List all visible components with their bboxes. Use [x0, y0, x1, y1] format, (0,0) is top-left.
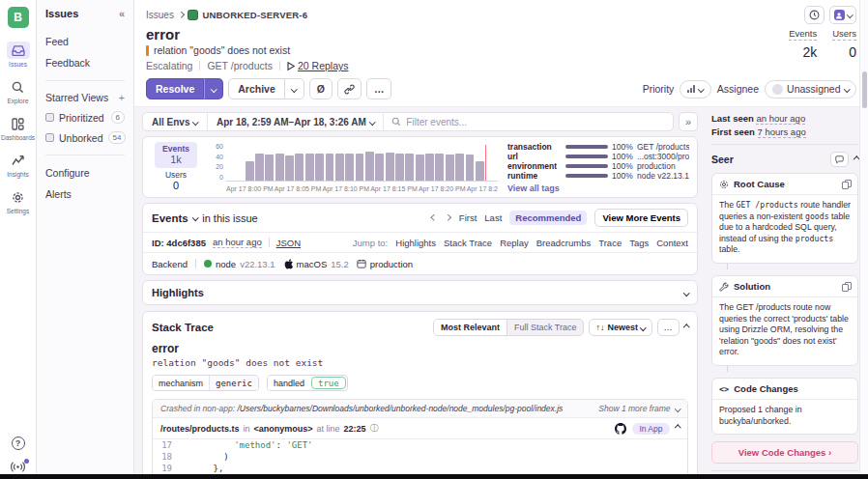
collapse-frame-icon[interactable]	[675, 425, 680, 431]
subnav-item-feedback[interactable]: Feedback	[45, 52, 125, 73]
history-button[interactable]	[804, 6, 825, 24]
mechanism-chip[interactable]: mechanism generic	[152, 375, 259, 391]
solution-card[interactable]: Solution The GET /products route now que…	[711, 275, 858, 366]
view-more-events-button[interactable]: View More Events	[594, 209, 688, 227]
rail-item-settings[interactable]: Settings	[7, 188, 30, 214]
last-seen-value[interactable]: an hour ago	[756, 113, 805, 125]
tag-row-runtime[interactable]: runtime100%node v22.13.1	[507, 171, 689, 181]
breadcrumb-project[interactable]: UNBORKED-SERVER-6	[188, 10, 307, 20]
tag-row-transaction[interactable]: transaction100%GET /products	[507, 142, 689, 152]
most-relevant-toggle[interactable]: Most Relevant	[434, 320, 507, 335]
rail-item-dashboards[interactable]: Dashboards	[1, 115, 35, 141]
jump-link-breadcrumbs[interactable]: Breadcrumbs	[536, 238, 592, 248]
crashed-frame-row[interactable]: Crashed in non-app: /Users/buckybarnes/D…	[153, 400, 687, 418]
graph-users-toggle[interactable]: Users 0	[165, 170, 187, 191]
copy-icon[interactable]	[842, 282, 851, 292]
next-event-button[interactable]	[445, 212, 451, 223]
users-stat-label[interactable]: Users	[832, 28, 856, 41]
subnav-item-configure[interactable]: Configure	[45, 162, 125, 183]
view-all-tags-link[interactable]: View all tags	[507, 183, 689, 193]
replays-link[interactable]: 20 Replays	[287, 60, 349, 71]
resolve-button[interactable]: Resolve	[146, 78, 204, 99]
jump-link-trace[interactable]: Trace	[598, 238, 622, 248]
events-bar-chart[interactable]: 6040200 Apr 17 8:00 PMApr 17 8:05 PMApr …	[207, 142, 502, 192]
participants-button[interactable]	[829, 6, 857, 24]
rail-item-explore[interactable]: Explore	[7, 78, 30, 104]
starred-view-prioritized[interactable]: Prioritized 6	[45, 107, 125, 127]
copy-icon[interactable]	[842, 180, 851, 189]
os-tag[interactable]: macOS 15.2	[283, 258, 349, 269]
chart-marker-line	[485, 145, 486, 181]
rail-item-insights[interactable]: Insights	[7, 152, 30, 178]
y-tick-label: 60	[216, 143, 223, 150]
help-icon[interactable]: ?	[12, 437, 25, 450]
assignee-select[interactable]: Unassigned	[765, 80, 856, 99]
chevron-down-icon[interactable]	[683, 290, 689, 296]
share-button[interactable]	[337, 78, 362, 99]
show-more-frames-link[interactable]: Show 1 more frame	[598, 404, 670, 413]
resolve-dropdown[interactable]	[204, 78, 223, 99]
stack-more-button[interactable]: …	[657, 319, 680, 336]
view-code-changes-button[interactable]: View Code Changes ›	[711, 441, 858, 464]
full-stack-trace-toggle[interactable]: Full Stack Trace	[507, 320, 584, 335]
last-event-link[interactable]: Last	[484, 212, 502, 223]
chart-bar	[285, 155, 294, 181]
events-dropdown[interactable]: Events	[152, 212, 188, 224]
rail-item-label: Settings	[7, 208, 30, 214]
filter-events-input[interactable]	[406, 117, 665, 127]
highlights-panel[interactable]: Highlights	[142, 280, 698, 305]
seer-feedback-button[interactable]	[830, 152, 849, 167]
environment-filter[interactable]: All Envs	[143, 113, 207, 130]
scrollbar[interactable]	[859, 0, 868, 474]
root-cause-card[interactable]: Root Cause The GET /products route handl…	[711, 173, 858, 264]
jump-link-replay[interactable]: Replay	[500, 238, 529, 248]
collapse-seer-icon[interactable]	[854, 156, 859, 162]
prev-event-button[interactable]	[431, 212, 438, 223]
github-icon[interactable]	[615, 423, 626, 435]
sort-newest-select[interactable]: ↑↓ Newest	[589, 319, 651, 336]
add-view-icon[interactable]: +	[119, 92, 125, 103]
priority-select[interactable]	[680, 80, 711, 99]
project-icon	[188, 10, 198, 20]
graph-events-toggle[interactable]: Events 1k	[155, 142, 197, 168]
jump-link-tags[interactable]: Tags	[629, 238, 649, 248]
rail-item-issues[interactable]: Issues	[7, 42, 30, 68]
events-search[interactable]	[384, 117, 673, 127]
event-id: ID: 4dc6f385	[152, 238, 206, 248]
scrollbar-thumb[interactable]	[862, 71, 867, 108]
more-actions-button[interactable]: …	[366, 78, 392, 99]
code-changes-card[interactable]: <> Code Changes Proposed 1 change in buc…	[711, 378, 858, 435]
org-logo[interactable]: B	[8, 7, 29, 28]
runtime-tag[interactable]: node v22.13.1	[204, 259, 275, 269]
collapse-stack-icon[interactable]	[683, 324, 689, 330]
archive-button[interactable]: Archive	[228, 78, 285, 99]
json-link[interactable]: JSON	[276, 238, 301, 248]
starred-view-unborked[interactable]: Unborked 54	[45, 127, 125, 148]
jump-link-context[interactable]: Context	[656, 238, 688, 248]
environment-tag[interactable]: production	[357, 259, 413, 269]
event-time-link[interactable]: an hour ago	[213, 237, 262, 248]
jump-link-stack-trace[interactable]: Stack Trace	[444, 238, 492, 248]
subnav-item-alerts[interactable]: Alerts	[45, 183, 125, 205]
archive-dropdown[interactable]	[285, 78, 304, 99]
stack-trace-panel: Stack Trace Most Relevant Full Stack Tra…	[142, 311, 698, 479]
collapse-sidebar-icon[interactable]: «	[119, 8, 125, 19]
events-stat-label[interactable]: Events	[789, 28, 817, 41]
chart-bar	[295, 154, 304, 181]
first-seen-value[interactable]: 7 hours ago	[758, 127, 806, 138]
frame-row[interactable]: /routes/products.ts in <anonymous> at li…	[153, 418, 687, 439]
handled-chip[interactable]: handled true	[267, 375, 348, 391]
expand-panel-button[interactable]: »	[679, 112, 698, 131]
subnav-item-feed[interactable]: Feed	[45, 31, 125, 52]
first-event-link[interactable]: First	[459, 212, 477, 223]
events-scope: in this issue	[202, 212, 257, 224]
broadcast-icon[interactable]	[11, 462, 25, 472]
events-panel: Events in this issue First Last Recommen…	[142, 203, 698, 275]
jump-link-highlights[interactable]: Highlights	[395, 238, 436, 248]
mute-button[interactable]: Ø	[309, 78, 333, 99]
date-range-filter[interactable]: Apr 18, 2:59 AM–Apr 18, 3:26 AM	[208, 113, 383, 130]
breadcrumb-issues[interactable]: Issues	[146, 10, 174, 20]
tag-row-environment[interactable]: environment100%production	[507, 161, 689, 171]
tag-row-url[interactable]: url100%...ost:3000/products	[507, 152, 689, 161]
recommended-toggle[interactable]: Recommended	[509, 211, 587, 225]
